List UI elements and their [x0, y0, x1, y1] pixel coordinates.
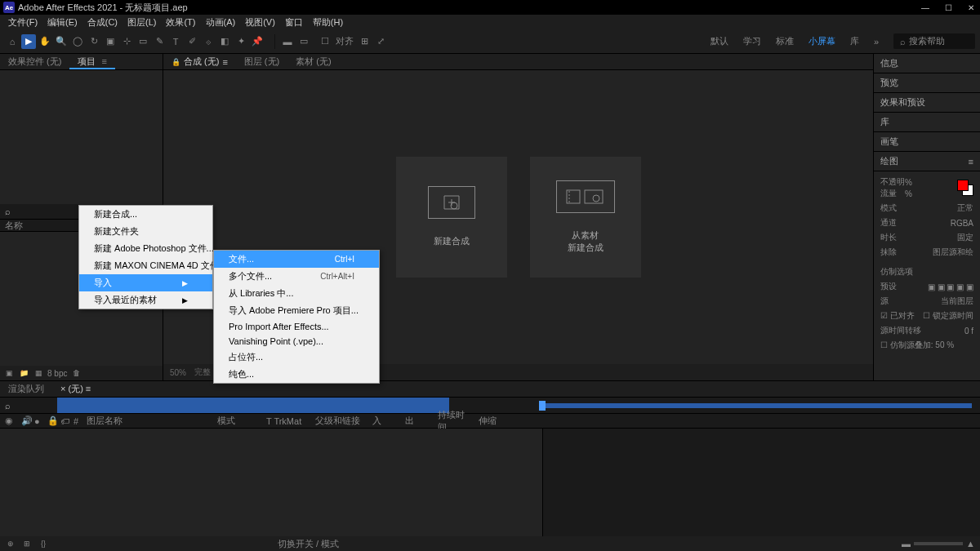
ctx-import-multiple[interactable]: 多个文件...Ctrl+Alt+I — [214, 268, 379, 285]
ctx-import-libraries[interactable]: 从 Libraries 中... — [214, 285, 379, 302]
col-solo-icon[interactable]: ● — [29, 416, 42, 426]
col-audio-icon[interactable]: 🔊 — [16, 415, 29, 426]
timeline-time-input[interactable] — [57, 398, 449, 413]
col-in[interactable]: 入 — [368, 415, 400, 427]
col-mode[interactable]: 模式 — [212, 415, 261, 427]
ctx-import-recent[interactable]: 导入最近的素材▶ — [79, 291, 212, 309]
workspace-learn[interactable]: 学习 — [743, 35, 761, 47]
rect-tool-icon[interactable]: ▭ — [136, 34, 150, 49]
pen-tool-icon[interactable]: ✎ — [152, 34, 167, 49]
tab-effect-controls[interactable]: 效果控件 (无) — [0, 54, 69, 69]
menu-animation[interactable]: 动画(A) — [201, 16, 241, 29]
duration-dropdown[interactable]: 固定 — [957, 232, 973, 243]
selection-tool-icon[interactable]: ▶ — [21, 34, 36, 49]
ctx-new-photoshop[interactable]: 新建 Adobe Photoshop 文件... — [79, 240, 212, 257]
menu-layer[interactable]: 图层(L) — [122, 16, 161, 29]
snap-option-icon[interactable]: ⊞ — [357, 34, 372, 49]
new-comp-icon[interactable]: ▦ — [33, 367, 44, 379]
eraser-tool-icon[interactable]: ◧ — [217, 34, 232, 49]
ctx-import[interactable]: 导入▶ — [79, 274, 212, 291]
col-stretch[interactable]: 伸缩 — [474, 415, 506, 427]
col-eye-icon[interactable]: ◉ — [0, 415, 16, 426]
timeline-playhead-icon[interactable] — [539, 401, 546, 411]
mode-dropdown[interactable]: 正常 — [957, 202, 973, 214]
panel-effects-presets[interactable]: 效果和预设 — [874, 93, 980, 113]
orbit-tool-icon[interactable]: ◯ — [70, 34, 85, 49]
text-tool-icon[interactable]: T — [168, 34, 183, 49]
tab-project[interactable]: 项目 — [69, 54, 114, 69]
ctx-new-composition[interactable]: 新建合成... — [79, 206, 212, 223]
ctx-new-folder[interactable]: 新建文件夹 — [79, 223, 212, 240]
ctx-import-premiere[interactable]: 导入 Adobe Premiere Pro 项目... — [214, 302, 379, 319]
zoom-tool-icon[interactable]: 🔍 — [54, 34, 69, 49]
col-trkmat[interactable]: T TrkMat — [261, 416, 310, 426]
ctx-import-file[interactable]: 文件...Ctrl+I — [214, 251, 379, 268]
camera-tool-icon[interactable]: ▣ — [103, 34, 118, 49]
menu-window[interactable]: 窗口 — [280, 16, 308, 29]
erase-dropdown[interactable]: 图层源和绘 — [933, 247, 973, 258]
minimize-button[interactable]: — — [920, 2, 931, 13]
menu-help[interactable]: 帮助(H) — [308, 16, 348, 29]
new-composition-card[interactable]: 新建合成 — [396, 157, 507, 278]
brush-tool-icon[interactable]: ✐ — [185, 34, 199, 49]
menu-edit[interactable]: 编辑(E) — [42, 16, 82, 29]
workspace-standard[interactable]: 标准 — [776, 35, 794, 47]
source-dropdown[interactable]: 当前图层 — [941, 295, 973, 307]
hand-tool-icon[interactable]: ✋ — [38, 34, 52, 49]
timeline-work-area[interactable] — [539, 403, 972, 408]
snap-option2-icon[interactable]: ⤢ — [373, 34, 388, 49]
menu-file[interactable]: 文件(F) — [3, 16, 42, 29]
panel-info[interactable]: 信息 — [874, 54, 980, 73]
panel-brushes[interactable]: 画笔 — [874, 132, 980, 152]
tl-toggle2-icon[interactable]: ⊞ — [21, 538, 33, 549]
delete-icon[interactable]: 🗑 — [70, 367, 82, 379]
lock-icon[interactable]: 🔒 — [172, 58, 180, 66]
ctx-placeholder[interactable]: 占位符... — [214, 349, 379, 366]
tl-toggle1-icon[interactable]: ⊕ — [5, 538, 16, 549]
timeline-layer-list[interactable] — [0, 429, 543, 536]
channels-dropdown[interactable]: RGBA — [951, 219, 973, 228]
bpc-indicator[interactable]: 8 bpc — [47, 369, 67, 378]
fill-icon[interactable]: ▬ — [280, 34, 295, 49]
menu-composition[interactable]: 合成(C) — [82, 16, 122, 29]
tab-layer[interactable]: 图层 (无) — [244, 56, 279, 68]
maximize-button[interactable]: ☐ — [942, 2, 954, 13]
col-layer-name[interactable]: 图层名称 — [82, 415, 212, 427]
workspace-more-icon[interactable]: » — [874, 37, 879, 47]
zoom-dropdown[interactable]: 50% — [170, 368, 186, 377]
tl-toggle3-icon[interactable]: {} — [38, 538, 49, 549]
menu-view[interactable]: 视图(V) — [240, 16, 280, 29]
tab-footage[interactable]: 素材 (无) — [296, 56, 331, 68]
fg-color-icon[interactable] — [957, 180, 969, 191]
tab-render-queue[interactable]: 渲染队列 — [8, 383, 44, 395]
panel-menu-icon[interactable] — [98, 56, 106, 66]
menu-effect[interactable]: 效果(T) — [161, 16, 200, 29]
new-comp-from-footage-card[interactable]: 从素材 新建合成 — [530, 157, 641, 278]
panel-preview[interactable]: 预览 — [874, 73, 980, 93]
ctx-pro-import[interactable]: Pro Import After Effects... — [214, 319, 379, 334]
clone-tool-icon[interactable]: ⟐ — [201, 34, 216, 49]
ctx-vanishing-point[interactable]: Vanishing Point (.vpe)... — [214, 334, 379, 349]
stroke-icon[interactable]: ▭ — [296, 34, 311, 49]
ctx-solid[interactable]: 纯色... — [214, 366, 379, 383]
puppet-tool-icon[interactable]: 📌 — [250, 34, 265, 49]
color-swatch[interactable] — [957, 180, 973, 196]
new-folder-icon[interactable]: 📁 — [18, 367, 29, 379]
panbehind-tool-icon[interactable]: ⊹ — [119, 34, 134, 49]
ctx-new-c4d[interactable]: 新建 MAXON CINEMA 4D 文件... — [79, 257, 212, 274]
workspace-library[interactable]: 库 — [850, 35, 859, 47]
col-name[interactable]: 名称 — [5, 220, 23, 232]
help-search[interactable]: ⌕ 搜索帮助 — [893, 33, 975, 49]
interpret-footage-icon[interactable]: ▣ — [3, 367, 15, 379]
workspace-smallscreen[interactable]: 小屏幕 — [808, 35, 835, 47]
tab-timeline-none[interactable]: × (无) ≡ — [60, 383, 91, 395]
panel-paint[interactable]: 绘图≡ — [874, 152, 980, 171]
col-lock-icon[interactable]: 🔒 — [42, 415, 56, 426]
col-label-icon[interactable]: 🏷 — [56, 416, 69, 426]
roto-tool-icon[interactable]: ✦ — [234, 34, 248, 49]
timeline-track-area[interactable] — [543, 429, 980, 536]
tab-composition[interactable]: 🔒 合成 (无) ≡ — [172, 56, 228, 68]
workspace-default[interactable]: 默认 — [710, 35, 728, 47]
snap-checkbox[interactable]: ☐ — [318, 34, 332, 49]
col-out[interactable]: 出 — [400, 415, 433, 427]
